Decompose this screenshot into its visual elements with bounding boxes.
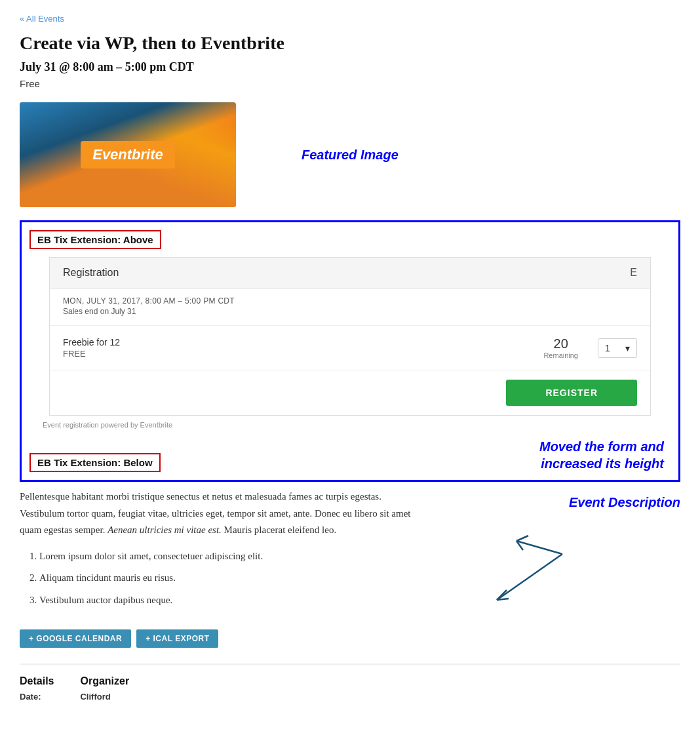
list-item: Aliquam tincidunt mauris eu risus. [39, 570, 413, 587]
featured-image-label: Featured Image [301, 148, 399, 163]
eb-tix-above-label: EB Tix Extension: Above [29, 230, 161, 249]
details-footer: Details Date: Organizer Clifford [20, 664, 680, 702]
blue-box-bottom-row: EB Tix Extension: Below Moved the form a… [29, 431, 671, 472]
ical-export-button[interactable]: + ICAL EXPORT [136, 629, 218, 648]
featured-image-container: Eventbrite [20, 102, 236, 207]
eventbrite-logo: Eventbrite [81, 141, 175, 169]
details-col: Details Date: [20, 675, 54, 702]
register-button[interactable]: REGISTER [506, 380, 637, 406]
reg-sales-end: Sales end on July 31 [63, 307, 637, 323]
google-calendar-button[interactable]: + GOOGLE CALENDAR [20, 629, 131, 648]
moved-label: Moved the form andincreased its height [539, 438, 671, 472]
svg-line-3 [516, 541, 562, 554]
annotation-area: Event Description [431, 488, 680, 633]
featured-section: Eventbrite Featured Image [20, 102, 680, 207]
organizer-col: Organizer Clifford [80, 675, 129, 702]
qty-value: 1 [605, 343, 610, 353]
remaining-count: 20 [543, 336, 578, 351]
ticket-remaining: 20 Remaining [543, 336, 578, 359]
reg-button-row: REGISTER [50, 370, 650, 415]
description-paragraph: Pellentesque habitant morbi tristique se… [20, 488, 413, 539]
date-label: Date: [20, 692, 41, 702]
event-title: Create via WP, then to Eventbrite [20, 33, 680, 54]
desc-content: Pellentesque habitant morbi tristique se… [20, 488, 413, 614]
event-description-label: Event Description [569, 495, 680, 510]
reg-ticket-row: Freebie for 12 FREE 20 Remaining 1 ▾ [50, 326, 650, 370]
reg-date-text: MON, JULY 31, 2017, 8:00 AM – 5:00 PM CD… [63, 296, 637, 306]
svg-line-4 [516, 536, 528, 541]
powered-by: Event registration powered by Eventbrite [29, 416, 671, 431]
qty-chevron-icon: ▾ [625, 343, 630, 353]
back-link[interactable]: « All Events [20, 14, 64, 24]
registration-widget: Registration E MON, JULY 31, 2017, 8:00 … [49, 257, 651, 416]
arrow-svg [431, 488, 680, 633]
organizer-title: Organizer [80, 675, 129, 687]
reg-icon: E [630, 267, 637, 279]
eb-tix-below-label: EB Tix Extension: Below [29, 453, 161, 472]
reg-title: Registration [63, 267, 119, 279]
event-date: July 31 @ 8:00 am – 5:00 pm CDT [20, 60, 680, 74]
eventbrite-image: Eventbrite [20, 102, 236, 207]
blue-border-box: EB Tix Extension: Above Registration E M… [20, 220, 680, 482]
ticket-price: FREE [63, 349, 524, 359]
svg-line-0 [497, 554, 562, 600]
ticket-name: Freebie for 12 [63, 337, 524, 348]
list-item: Lorem ipsum dolor sit amet, consectetuer… [39, 548, 413, 565]
ticket-qty-selector[interactable]: 1 ▾ [598, 338, 637, 358]
organizer-name: Clifford [80, 692, 110, 702]
reg-date-row: MON, JULY 31, 2017, 8:00 AM – 5:00 PM CD… [50, 288, 650, 326]
list-item: Vestibulum auctor dapibus neque. [39, 592, 413, 609]
details-title: Details [20, 675, 54, 687]
description-list: Lorem ipsum dolor sit amet, consectetuer… [39, 548, 413, 609]
event-price: Free [20, 78, 680, 89]
reg-header: Registration E [50, 258, 650, 288]
description-section: Pellentesque habitant morbi tristique se… [20, 488, 680, 614]
remaining-label: Remaining [543, 351, 578, 359]
ticket-info: Freebie for 12 FREE [63, 337, 524, 359]
